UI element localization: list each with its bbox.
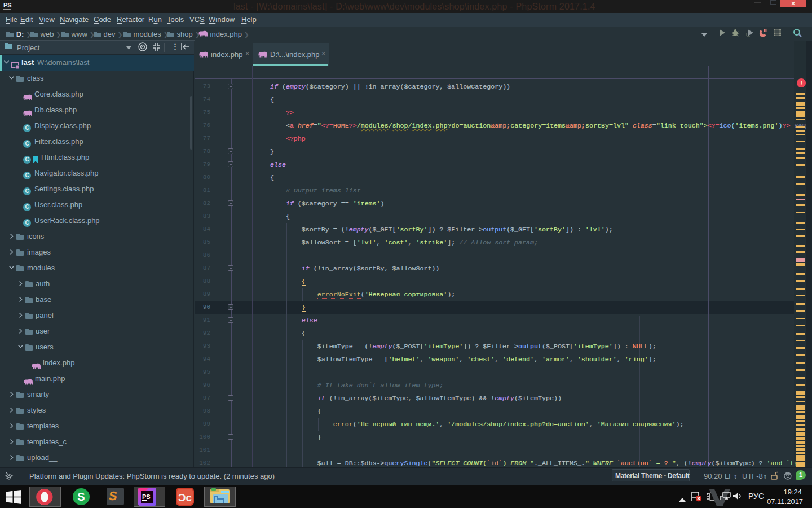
svg-text:Ɔc: Ɔc [178, 492, 192, 503]
svg-text:S: S [77, 491, 85, 503]
svg-text:PS: PS [142, 493, 151, 500]
